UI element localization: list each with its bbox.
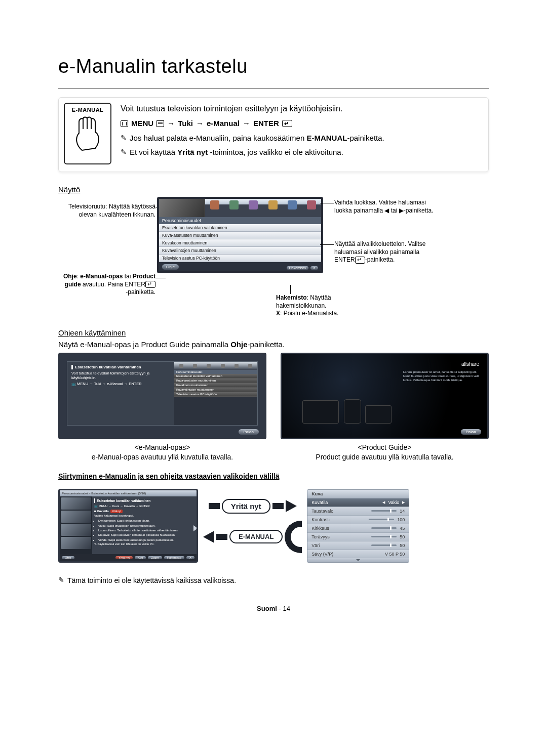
return-arrow-icon xyxy=(285,521,302,553)
right-arrow-icon xyxy=(399,207,404,214)
category-label: Perusominaisuudet xyxy=(159,217,321,224)
callout-help: Ohje: e-Manual-opas tai Product guide av… xyxy=(58,273,155,297)
note-icon xyxy=(121,147,127,158)
ftr-index[interactable]: Hakemisto xyxy=(164,556,184,559)
try-now-button[interactable]: Yritä nyt xyxy=(222,499,270,514)
footnote: Tämä toiminto ei ole käytettävissä kaiki… xyxy=(58,576,489,584)
close-button[interactable]: X xyxy=(310,266,318,270)
rule xyxy=(58,89,489,89)
ftr-zoom[interactable]: Zoom xyxy=(148,556,162,559)
ftr-help[interactable]: Ohje xyxy=(62,556,74,559)
intro-note2: Et voi käyttää Yritä nyt -toimintoa, jos… xyxy=(121,147,481,158)
picture-settings-panel: Kuva Kuvatila◀Vakio▶Taustavalo14Kontrast… xyxy=(307,489,409,563)
allshare-logo: allshare xyxy=(461,361,479,367)
remote-emanual-button: E-MANUAL xyxy=(64,103,111,164)
callout-category: Vaihda luokkaa. Valitse haluamasi luokka… xyxy=(334,199,436,215)
intro-note1: Jos haluat palata e-Manualiin, paina kau… xyxy=(121,133,481,144)
switch-diagram: Perusominaisuudet > Esiasetetun kuvatila… xyxy=(58,485,489,566)
help-button[interactable]: Ohje xyxy=(162,264,179,270)
submenu-item[interactable]: Television asetus PC-käyttöön xyxy=(159,255,321,262)
settings-header: Kuva xyxy=(307,490,409,498)
submenu-item[interactable]: Kuvavalintojen muuttaminen xyxy=(159,247,321,255)
callout-index: Hakemisto: Näyttää hakemistoikkunan. X: … xyxy=(276,294,377,318)
settings-row[interactable]: Terävyys50 xyxy=(307,532,409,541)
emanual-button[interactable]: E-MANUAL xyxy=(229,530,283,543)
ftr-x[interactable]: X xyxy=(186,556,194,559)
guide-blurb: Lorem ipsum dolor sit amet, consectetur … xyxy=(403,370,479,382)
index-button[interactable]: Hakemisto xyxy=(287,266,308,270)
back-button[interactable]: Palaa xyxy=(461,429,481,435)
thumbnail-sidebar xyxy=(60,496,92,554)
screen-diagram: Televisioruutu: Näyttää käytössä olevan … xyxy=(58,197,489,313)
enter-icon xyxy=(282,120,292,127)
intro-text: Voit tutustua television toimintojen esi… xyxy=(121,103,481,161)
submenu-item[interactable]: Kuva-asetusten muuttaminen xyxy=(159,232,321,239)
enter-icon xyxy=(355,257,365,264)
emanual-page-shot: Perusominaisuudet > Esiasetetun kuvatila… xyxy=(58,489,198,563)
callout-submenu: Näyttää alivalikkoluettelon. Valitse hal… xyxy=(334,240,436,264)
remote-emanual-label: E-MANUAL xyxy=(72,107,104,113)
settings-row[interactable]: Sävy (V/P)V 50 P 50 xyxy=(307,550,409,558)
caption-emanual: <e-Manual-opas> e-Manual-opas avautuu yl… xyxy=(58,443,266,461)
osd-icon xyxy=(121,120,128,127)
settings-row[interactable]: Kirkkaus45 xyxy=(307,524,409,532)
settings-scroll-down-icon[interactable] xyxy=(307,558,409,562)
section-help: Ohjeen käyttäminen xyxy=(58,328,489,337)
note-icon xyxy=(121,133,127,144)
ftr-try[interactable]: Yritä nyt xyxy=(115,556,133,559)
caption-product-guide: <Product Guide> Product guide avautuu yl… xyxy=(281,443,489,461)
submenu-list: Esiasetetun kuvatilan vaihtaminen Kuva-a… xyxy=(159,224,321,262)
submenu-item[interactable]: Kuvakoon muuttaminen xyxy=(159,239,321,247)
hand-press-icon xyxy=(72,115,103,154)
scroll-right-icon[interactable] xyxy=(193,525,198,531)
menu-icon xyxy=(157,120,164,127)
menu-path: MENU → Tuki → e-Manual → ENTER xyxy=(121,118,481,130)
ftr-home[interactable]: Koti xyxy=(135,556,146,559)
help-line: Näytä e-Manual-opas ja Product Guide pai… xyxy=(58,340,489,349)
tv-screen: Perusominaisuudet Esiasetetun kuvatilan … xyxy=(157,197,323,273)
arrow-right-icon xyxy=(286,500,297,512)
section-display: Näyttö xyxy=(58,185,489,194)
settings-row[interactable]: Taustavalo14 xyxy=(307,507,409,515)
category-icons xyxy=(205,199,321,217)
left-arrow-icon xyxy=(384,207,389,214)
back-button[interactable]: Palaa xyxy=(239,429,259,435)
page-title: e-Manualin tarkastelu xyxy=(58,56,489,77)
callout-tv: Televisioruutu: Näyttää käytössä olevan … xyxy=(58,203,155,219)
note-icon xyxy=(58,576,64,584)
intro-lead: Voit tutustua television toimintojen esi… xyxy=(121,103,481,115)
intro-box: E-MANUAL Voit tutustua television toimin… xyxy=(58,97,489,172)
submenu-item[interactable]: Esiasetetun kuvatilan vaihtaminen xyxy=(159,224,321,232)
enter-icon xyxy=(145,281,155,288)
tv-thumbnail xyxy=(159,199,205,217)
product-guide-shot: allshare Lorem ipsum dolor sit amet, con… xyxy=(281,353,489,439)
emanual-guide-shot: Esiasetetun kuvatilan vaihtaminen Voit t… xyxy=(58,353,266,439)
settings-row[interactable]: Väri50 xyxy=(307,541,409,550)
section-switch: Siirtyminen e-Manualin ja sen ohjeita va… xyxy=(58,472,489,480)
settings-row[interactable]: Kontrasti100 xyxy=(307,515,409,524)
arrow-left-icon xyxy=(203,531,214,543)
page-footer: Suomi - 14 xyxy=(58,605,489,612)
settings-row[interactable]: Kuvatila◀Vakio▶ xyxy=(307,498,409,507)
switch-buttons: Yritä nyt E-MANUAL xyxy=(203,499,302,553)
device-illustration xyxy=(302,388,404,424)
